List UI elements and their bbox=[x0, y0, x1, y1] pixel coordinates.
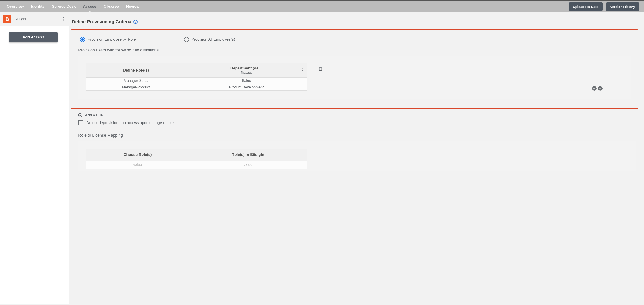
add-rule-label: Add a rule bbox=[85, 113, 102, 117]
upload-hr-data-button[interactable]: Upload HR Data bbox=[569, 3, 602, 11]
topbar-actions: Upload HR Data Version History bbox=[569, 1, 641, 13]
table-row: Manager-Product Product Development bbox=[86, 84, 307, 91]
tab-overview[interactable]: Overview bbox=[3, 1, 28, 13]
tab-access[interactable]: Access bbox=[79, 1, 100, 13]
cell-role[interactable]: Manager-Product bbox=[86, 84, 186, 91]
section-title-row: Define Provisioning Criteria ? bbox=[71, 19, 638, 24]
rule-col-department-header: Department (de… Equals bbox=[186, 63, 307, 78]
app-more-icon[interactable] bbox=[61, 16, 66, 23]
checkbox-icon[interactable] bbox=[78, 120, 83, 125]
version-history-button[interactable]: Version History bbox=[606, 3, 639, 11]
radio-provision-all[interactable]: Provision All Employee(s) bbox=[184, 37, 235, 42]
mapping-col-bitsight-header: Role(s) in Bitsight bbox=[189, 149, 307, 161]
cell-department[interactable]: Product Development bbox=[186, 84, 307, 91]
radio-provision-by-role[interactable]: Provision Employee by Role bbox=[80, 37, 136, 42]
cell-choose-role[interactable]: value bbox=[86, 161, 190, 169]
provision-mode-radio-group: Provision Employee by Role Provision All… bbox=[80, 37, 631, 42]
radio-icon bbox=[184, 37, 189, 42]
no-deprovision-checkbox-row[interactable]: Do not deprovision app access upon chang… bbox=[78, 120, 636, 125]
add-row-icon[interactable]: + bbox=[598, 86, 602, 91]
help-icon[interactable]: ? bbox=[134, 20, 138, 24]
mapping-col-choose-header: Choose Role(s) bbox=[86, 149, 190, 161]
tab-identity[interactable]: Identity bbox=[28, 1, 48, 13]
topbar: Overview Identity Service Desk Access Ob… bbox=[0, 0, 644, 13]
remove-row-icon[interactable]: − bbox=[592, 86, 597, 91]
rule-table: Define Role(s) Department (de… Equals bbox=[86, 63, 307, 91]
provisioning-criteria-box: Provision Employee by Role Provision All… bbox=[71, 29, 638, 109]
add-rule-button[interactable]: + Add a rule bbox=[78, 113, 636, 117]
radio-label: Provision Employee by Role bbox=[88, 37, 136, 42]
plus-circle-icon: + bbox=[78, 113, 82, 117]
checkbox-label: Do not deprovision app access upon chang… bbox=[86, 121, 174, 125]
tab-review[interactable]: Review bbox=[123, 1, 143, 13]
svg-rect-0 bbox=[319, 68, 322, 70]
rule-col-role-header: Define Role(s) bbox=[86, 63, 186, 78]
table-row: Manager-Sales Sales bbox=[86, 78, 307, 84]
rule-panel: Define Role(s) Department (de… Equals bbox=[78, 56, 631, 99]
tab-observe[interactable]: Observe bbox=[100, 1, 123, 13]
radio-label: Provision All Employee(s) bbox=[192, 37, 235, 42]
app-name: Bitsight bbox=[14, 17, 58, 21]
app-logo: B bbox=[3, 15, 11, 23]
delete-icon[interactable] bbox=[318, 66, 323, 72]
mapping-table: Choose Role(s) Role(s) in Bitsight value… bbox=[86, 149, 307, 169]
topnav: Overview Identity Service Desk Access Ob… bbox=[3, 1, 143, 13]
add-access-button[interactable]: Add Access bbox=[9, 32, 58, 42]
column-more-icon[interactable] bbox=[300, 67, 304, 74]
tab-service-desk[interactable]: Service Desk bbox=[48, 1, 79, 13]
section-title: Define Provisioning Criteria bbox=[72, 19, 131, 24]
sidebar: B Bitsight Add Access bbox=[0, 13, 69, 304]
cell-department[interactable]: Sales bbox=[186, 78, 307, 84]
table-row: value value bbox=[86, 161, 307, 169]
main: Define Provisioning Criteria ? Provision… bbox=[69, 13, 644, 304]
rules-heading: Provision users with following rule defi… bbox=[78, 48, 631, 53]
radio-icon bbox=[80, 37, 85, 42]
row-actions: − + bbox=[592, 86, 602, 91]
app-row: B Bitsight bbox=[0, 13, 68, 26]
cell-bitsight-role[interactable]: value bbox=[189, 161, 307, 169]
mapping-title: Role to License Mapping bbox=[78, 133, 636, 138]
cell-role[interactable]: Manager-Sales bbox=[86, 78, 186, 84]
mapping-panel: Choose Role(s) Role(s) in Bitsight value… bbox=[78, 141, 636, 171]
